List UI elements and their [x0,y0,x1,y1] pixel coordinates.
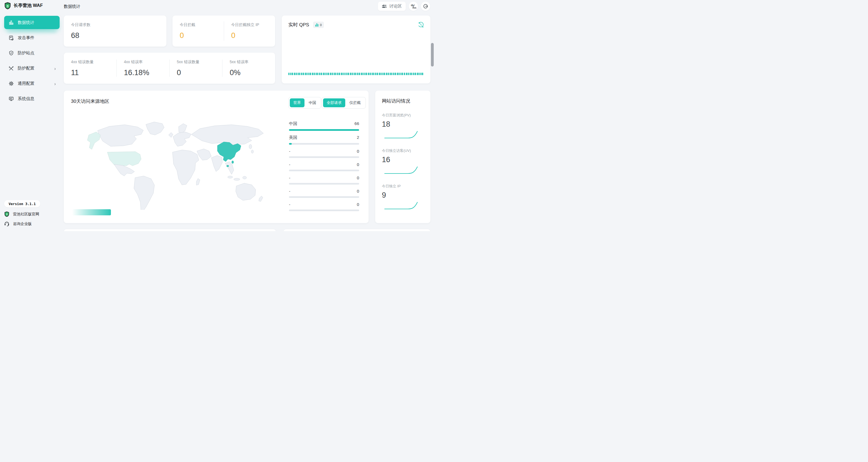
qps-bar [384,73,385,75]
enterprise-contact-link[interactable]: 咨询企业版 [4,221,32,226]
qps-bar [301,73,302,75]
world-map[interactable] [81,118,272,210]
qps-history-button[interactable] [418,22,424,28]
qps-bar [306,73,308,75]
country-row-5: -0 [289,189,359,198]
bar-chart-icon [9,20,14,25]
community-site-label: 雷池社区版官网 [13,212,39,217]
country-value: 0 [357,189,359,193]
today-block-ip-label: 今日拦截独立 IP [231,23,268,27]
qps-bar [344,73,345,75]
site-metric-1: 今日独立访客(UV)16 [382,148,424,175]
sidebar-item-2[interactable]: 防护站点 [4,46,60,60]
filter-option-0[interactable]: 全部请求 [323,98,345,107]
today-block-stat: 今日拦截 0 [173,23,224,40]
qps-bar [363,73,364,75]
sidebar-item-label: 通用配置 [18,81,34,86]
attack-events-icon [9,35,14,40]
tools-icon [9,66,14,71]
qps-bar [305,73,306,75]
country-value: 0 [357,149,359,154]
qps-bar [417,73,418,75]
qps-bar [408,73,409,75]
site-metric-value: 16 [382,156,424,164]
chevron-right-icon: › [55,66,56,71]
qps-bar [404,73,405,75]
sidebar-item-label: 数据统计 [18,20,34,25]
country-bar-track [289,196,359,198]
request-filter-toggle: 全部请求仅拦截 [322,97,366,109]
country-row-4: -0 [289,175,359,185]
filter-option-1[interactable]: 仅拦截 [346,98,364,107]
country-value: 0 [357,175,359,180]
error-stat-value: 0 [177,68,215,77]
topbar: S 长亭雷池 WAF 数据统计 讨论区 [0,0,434,13]
map-landmasses [87,122,264,210]
scope-option-0[interactable]: 世界 [290,98,305,107]
sidebar-item-3[interactable]: 防护配置› [4,62,60,75]
qps-bar [368,73,369,75]
site-metric-0: 今日页面浏览(PV)18 [382,113,424,140]
error-stat-value: 16.18% [124,68,162,77]
country-row-1: 美国2 [289,135,359,145]
qps-bar [380,73,381,75]
country-row-0: 中国66 [289,121,359,131]
country-name: - [289,162,290,167]
qps-badge: 0 [313,22,324,28]
qps-bar [319,73,320,75]
sidebar-item-5[interactable]: 系统信息 [4,92,60,105]
error-stat-label: 5xx 错误率 [229,60,268,65]
qps-bar [375,73,376,75]
region-card-title: 30天访问来源地区 [71,98,109,104]
qps-bar [348,73,349,75]
scope-option-1[interactable]: 中国 [305,98,320,107]
country-bar-track [289,143,359,145]
qps-bar [296,73,297,75]
qps-bar [366,73,367,75]
sidebar-item-0[interactable]: 数据统计 [4,16,60,29]
country-name: 中国 [289,121,297,126]
shield-logo-icon: S [4,211,9,217]
qps-bar [337,73,338,75]
qps-bar [292,73,293,75]
version-badge: Version 3.1.1 [4,200,40,207]
qps-bar [386,73,387,75]
error-stat-label: 4xx 错误数量 [71,60,109,65]
qps-bar [341,73,342,75]
sidebar-item-1[interactable]: 攻击事件 [4,31,60,44]
sidebar-item-label: 防护站点 [18,51,34,56]
error-stat-value: 11 [71,68,109,77]
sidebar-item-4[interactable]: 通用配置› [4,77,60,90]
qps-bar [413,73,414,75]
qps-bar [372,73,373,75]
today-block-ip-value: 0 [231,31,268,40]
qps-bar [334,73,335,75]
logout-button[interactable] [421,2,430,11]
community-site-link[interactable]: S 雷池社区版官网 [4,211,39,217]
country-name: 美国 [289,135,297,140]
sparkline-chart [383,165,421,175]
qps-bar [324,73,326,75]
forum-button-label: 讨论区 [389,4,402,9]
qps-bar [314,73,315,75]
qps-bar [339,73,340,75]
qps-bar [332,73,333,75]
qps-bar [373,73,374,75]
country-row-3: -0 [289,162,359,171]
qps-bar [390,73,391,75]
qps-bar [321,73,322,75]
qps-bar [364,73,366,75]
page-scrollbar-thumb[interactable] [431,43,434,67]
language-icon: 中 EN [411,4,416,9]
site-visits-title: 网站访问情况 [382,98,424,104]
error-stat-2: 5xx 错误数量0 [169,60,222,77]
country-name: - [289,202,290,207]
site-metric-label: 今日独立访客(UV) [382,148,424,153]
qps-bar [353,73,355,75]
language-toggle-button[interactable]: 中 EN [409,2,418,11]
forum-button[interactable]: 讨论区 [378,2,406,11]
region-sources-card: 30天访问来源地区 世界中国 全部请求仅拦截 [64,91,369,223]
users-icon [382,4,387,9]
qps-bar [397,73,398,75]
error-stats-card: 4xx 错误数量114xx 错误率16.18%5xx 错误数量05xx 错误率0… [64,53,275,84]
